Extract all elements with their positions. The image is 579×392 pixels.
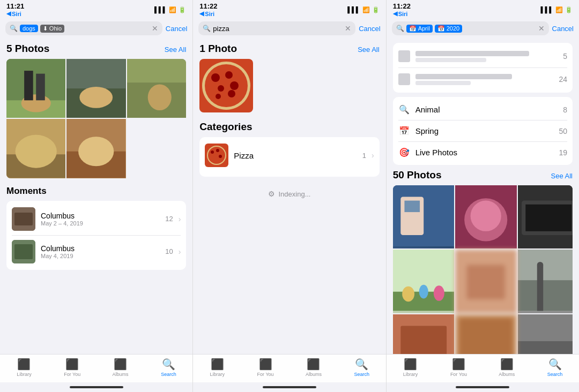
clear-search-3[interactable]: ✕ [538,24,545,33]
status-bar-2: 11:22 ◀ Siri ▌▌▌ 📶 🔋 [193,0,385,18]
blurred-row-2[interactable]: 24 [398,68,567,91]
moment-chevron-0: › [179,215,181,223]
moment-date-0: May 2 – 4, 2019 [41,220,160,227]
tab-library-1[interactable]: ⬛ Library [0,358,48,377]
search-icon-tab-1: 🔍 [162,358,175,371]
tab-albums-1[interactable]: ⬛ Albums [96,358,145,377]
see-all-3[interactable]: See All [551,172,573,180]
library-icon-1: ⬛ [17,358,31,371]
tab-library-3[interactable]: ⬛ Library [387,358,435,377]
cancel-btn-3[interactable]: Cancel [552,25,574,33]
home-bar-2 [263,386,316,388]
pizza-photo[interactable] [199,59,253,112]
status-icons-2: ▌▌▌ 📶 🔋 [347,6,379,13]
suggestion-animal[interactable]: 🔍 Animal 8 [398,99,567,120]
tab-albums-3[interactable]: ⬛ Albums [482,358,531,377]
moment-item-0[interactable]: Columbus May 2 – 4, 2019 12 › [12,203,181,236]
tab-foryou-2[interactable]: ⬛ For You [241,358,290,377]
photos-header-3: 50 Photos See All [393,169,573,181]
cancel-btn-2[interactable]: Cancel [359,25,380,33]
livephotos-icon: 🎯 [398,147,410,157]
tab-library-label-1: Library [17,372,32,377]
photo-cell-2-2[interactable] [66,119,125,178]
tag-ohio[interactable]: ⬇ Ohio [40,25,64,33]
moment-date-1: May 4, 2019 [41,253,160,259]
svg-point-24 [205,64,248,107]
see-all-1[interactable]: See All [165,46,186,54]
photo-cell-1-1[interactable] [6,59,65,118]
tab-albums-label-2: Albums [306,372,322,377]
search-input-wrapper-1[interactable]: 🔍 dogs ⬇ Ohio ✕ [5,21,162,35]
albums-icon-2: ⬛ [307,358,320,371]
p3-photo-6[interactable] [518,250,573,313]
svg-point-36 [219,155,222,158]
p3-photo-3[interactable] [518,185,573,248]
back-siri-2[interactable]: ◀ Siri [199,10,217,17]
moment-item-1[interactable]: Columbus May 4, 2019 10 › [12,236,181,268]
p3-photo-9[interactable] [518,314,573,354]
photo-row-2 [6,119,186,178]
moments-title: Moments [6,186,186,197]
siri-label-1: Siri [12,11,21,17]
photos-header-2: 1 Photo See All [199,43,379,55]
calendar-icon-april: 📅 [409,25,417,32]
tag-dogs[interactable]: dogs [20,25,38,32]
suggestion-spring[interactable]: 📅 Spring 50 [398,120,567,142]
clear-search-1[interactable]: ✕ [152,24,158,33]
p3-photo-5[interactable] [455,250,516,313]
spring-icon: 📅 [398,126,410,136]
photo-cell-1-3[interactable] [127,59,186,118]
tag-2020[interactable]: 📅 2020 [435,25,462,33]
suggestions-list: 🔍 Animal 8 📅 Spring 50 🎯 Live Photos 19 [393,97,573,165]
wifi-icon-3: 📶 [555,6,563,13]
p3-photo-8[interactable] [455,314,516,354]
svg-point-35 [216,149,219,152]
status-icons-1: ▌▌▌ 📶 🔋 [154,6,186,13]
tab-library-2[interactable]: ⬛ Library [193,358,241,377]
tab-search-label-1: Search [161,372,176,377]
photo-cell-2-3[interactable] [127,119,186,178]
svg-rect-19 [14,213,33,225]
p3-photo-4[interactable] [393,250,454,313]
tab-albums-2[interactable]: ⬛ Albums [290,358,338,377]
photo-grid-1[interactable] [6,59,186,178]
status-icons-3: ▌▌▌ 📶 🔋 [541,6,573,13]
search-icon-tab-3: 🔍 [548,358,562,371]
library-icon-2: ⬛ [211,358,224,371]
moment-count-0: 12 [165,215,173,223]
tab-foryou-label-2: For You [257,372,274,377]
p3-photo-1[interactable] [393,185,454,248]
tab-search-2[interactable]: 🔍 Search [338,358,386,377]
tab-search-3[interactable]: 🔍 Search [531,358,579,377]
search-input-wrapper-3[interactable]: 🔍 📅 April 📅 2020 ✕ [392,21,549,35]
p3-photo-7[interactable] [393,314,454,354]
clear-search-2[interactable]: ✕ [345,24,351,33]
see-all-2[interactable]: See All [358,46,379,54]
back-siri-1[interactable]: ◀ Siri [6,10,24,17]
svg-point-30 [216,94,221,99]
tab-search-1[interactable]: 🔍 Search [144,358,192,377]
photo-cell-2-1[interactable] [6,119,65,178]
foryou-icon-3: ⬛ [452,358,465,371]
photo-cell-1-2[interactable] [66,59,125,118]
calendar-icon-2020: 📅 [437,25,445,32]
back-siri-3[interactable]: ◀ Siri [393,10,411,17]
cancel-btn-1[interactable]: Cancel [166,25,187,33]
time-2: 11:22 [199,2,217,10]
category-pizza[interactable]: Pizza 1 › [199,139,379,171]
blurred-row-1[interactable]: 5 [398,45,567,68]
tab-foryou-3[interactable]: ⬛ For You [434,358,482,377]
p3-photo-2[interactable] [455,185,516,248]
tag-april[interactable]: 📅 April [406,25,433,33]
photo-row-1 [6,59,186,118]
svg-point-26 [225,71,233,79]
photos-count-2: 1 Photo [199,43,237,55]
svg-point-28 [218,85,224,92]
battery-icon-1: 🔋 [179,6,186,13]
category-thumb-pizza [205,144,228,167]
moment-name-0: Columbus [41,212,160,220]
suggestion-livephotos[interactable]: 🎯 Live Photos 19 [398,142,567,163]
tab-foryou-1[interactable]: ⬛ For You [48,358,96,377]
tab-library-label-3: Library [403,372,418,377]
search-input-wrapper-2[interactable]: 🔍 pizza ✕ [198,21,355,35]
